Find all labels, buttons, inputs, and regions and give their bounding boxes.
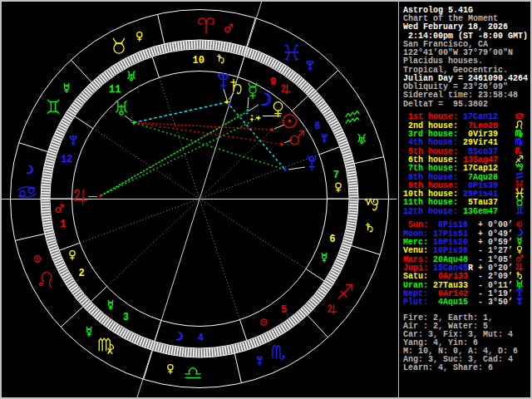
svg-text:Learn: 4, Share: 6: Learn: 4, Share: 6	[403, 363, 493, 372]
svg-text:12: 12	[61, 154, 72, 165]
svg-text:3: 3	[123, 312, 129, 323]
svg-text:4Aqu15: 4Aqu15	[433, 298, 468, 307]
svg-text:10: 10	[192, 55, 204, 66]
svg-text:6: 6	[329, 234, 335, 245]
svg-text:13Gem47: 13Gem47	[463, 207, 498, 216]
svg-text:DeltaT = 95.3802: DeltaT = 95.3802	[403, 100, 488, 109]
svg-text:- 3°50’: - 3°50’	[478, 298, 513, 307]
svg-text:11: 11	[109, 84, 121, 96]
svg-text:2: 2	[79, 268, 85, 279]
svg-text:5: 5	[281, 304, 287, 316]
svg-text:Plut:: Plut:	[403, 298, 428, 307]
svg-text:8: 8	[314, 121, 320, 132]
svg-text:7: 7	[333, 170, 339, 181]
svg-text:1: 1	[60, 219, 66, 230]
svg-text:12th house:: 12th house:	[403, 207, 458, 216]
svg-text:R: R	[468, 264, 473, 273]
svg-text:9: 9	[270, 76, 276, 88]
svg-text:4: 4	[198, 332, 204, 344]
